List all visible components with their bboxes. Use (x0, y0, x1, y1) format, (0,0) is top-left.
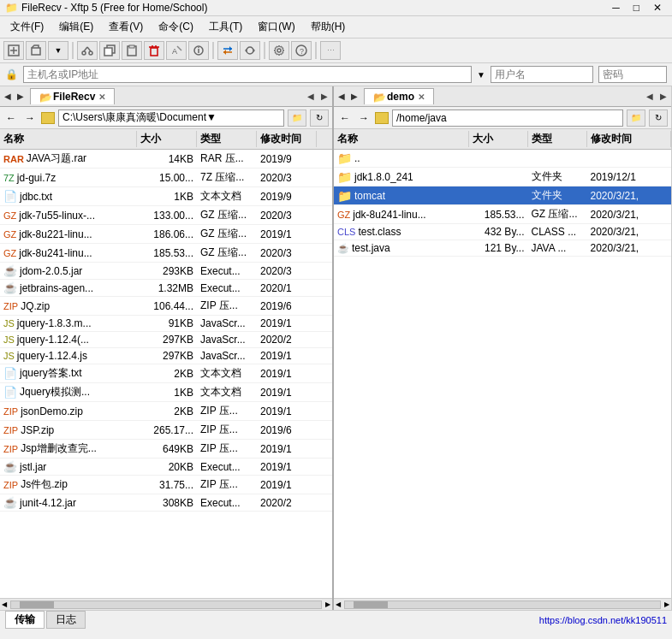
list-item[interactable]: 📁 jdk1.8.0_241 文件夹 2019/12/1 (334, 168, 671, 186)
list-item[interactable]: 📄 Jquery模拟测... 1KB 文本文档 2019/1 (0, 383, 332, 402)
tb-sync[interactable] (240, 41, 260, 60)
tb-new-session[interactable] (3, 41, 24, 60)
left-forward-btn[interactable]: → (22, 111, 38, 125)
list-item[interactable]: CLS test.class 432 By... CLASS ... 2020/… (334, 224, 671, 240)
left-tab-prev[interactable]: ◀ (2, 91, 14, 102)
list-item[interactable]: ZIP JSP.zip 265.17... ZIP 压... 2019/6 (0, 421, 332, 440)
menu-view[interactable]: 查看(V) (102, 18, 150, 36)
right-tab-close[interactable]: ✕ (418, 92, 425, 102)
maximize-btn[interactable]: □ (628, 2, 645, 14)
list-item[interactable]: ☕ junit-4.12.jar 308KB Execut... 2020/2 (0, 494, 332, 512)
right-scroll-left[interactable]: ◀ (334, 601, 342, 608)
left-path-browse[interactable]: 📁 (288, 109, 306, 127)
tb-cut[interactable] (77, 41, 98, 60)
menu-tools[interactable]: 工具(T) (202, 18, 249, 36)
left-h-scroll[interactable]: ◀ ▶ (0, 598, 332, 610)
right-path-input[interactable] (392, 109, 623, 127)
tb-more[interactable]: ⋯ (320, 41, 341, 60)
left-scroll-thumb[interactable] (20, 601, 54, 608)
right-tab-right-next[interactable]: ▶ (657, 91, 669, 102)
tb-paste[interactable] (122, 41, 142, 60)
list-item[interactable]: ZIP jsonDemo.zip 2KB ZIP 压... 2019/1 (0, 402, 332, 421)
list-item[interactable]: 7Z jd-gui.7z 15.00... 7Z 压缩... 2020/3 (0, 169, 332, 187)
right-back-btn[interactable]: ← (337, 111, 353, 125)
left-path-input[interactable] (58, 109, 284, 127)
right-tab-right-prev[interactable]: ◀ (644, 91, 656, 102)
right-tab-next[interactable]: ▶ (348, 91, 360, 102)
left-tab-next[interactable]: ▶ (15, 91, 27, 102)
right-h-scroll[interactable]: ◀ ▶ (334, 598, 671, 610)
list-item[interactable]: GZ jdk-7u55-linux-... 133.00... GZ 压缩...… (0, 206, 332, 225)
list-item[interactable]: ☕ jdom-2.0.5.jar 293KB Execut... 2020/3 (0, 263, 332, 280)
left-scroll-track[interactable] (10, 601, 322, 609)
tb-settings[interactable] (269, 41, 289, 60)
list-item[interactable]: ☕ jetbrains-agen... 1.32MB Execut... 202… (0, 280, 332, 297)
addr-dropdown-btn[interactable]: ▼ (477, 70, 485, 80)
left-path-refresh[interactable]: ↻ (310, 109, 329, 127)
right-col-name[interactable]: 名称 (334, 131, 469, 147)
status-tab-log[interactable]: 日志 (46, 611, 86, 629)
menu-command[interactable]: 命令(C) (152, 18, 200, 36)
right-path-browse[interactable]: 📁 (627, 109, 645, 127)
minimize-btn[interactable]: ─ (607, 2, 625, 14)
right-path-refresh[interactable]: ↻ (649, 109, 668, 127)
right-col-size[interactable]: 大小 (469, 131, 528, 147)
left-tab-close[interactable]: ✕ (98, 92, 105, 102)
right-col-date[interactable]: 修改时间 (587, 131, 672, 147)
list-item[interactable]: 📁 tomcat 文件夹 2020/3/21, (334, 186, 671, 205)
list-item[interactable]: ☕ test.java 121 By... JAVA ... 2020/3/21… (334, 240, 671, 257)
left-scroll-left[interactable]: ◀ (0, 601, 9, 608)
tb-properties[interactable] (188, 41, 209, 60)
tb-delete[interactable] (144, 41, 164, 60)
left-col-type[interactable]: 类型 (197, 131, 257, 147)
right-scroll-thumb[interactable] (354, 601, 388, 608)
password-input[interactable] (598, 66, 667, 83)
list-item[interactable]: RAR JAVA习题.rar 14KB RAR 压... 2019/9 (0, 150, 332, 169)
menu-file[interactable]: 文件(F) (3, 18, 51, 36)
host-input[interactable] (23, 66, 472, 83)
list-item[interactable]: 📄 jdbc.txt 1KB 文本文档 2019/9 (0, 187, 332, 206)
menu-edit[interactable]: 编辑(E) (52, 18, 100, 36)
tb-transfer[interactable] (217, 41, 238, 60)
left-col-size[interactable]: 大小 (137, 131, 197, 147)
left-tab-right-next[interactable]: ▶ (318, 91, 330, 102)
list-item[interactable]: ZIP Js件包.zip 31.75... ZIP 压... 2019/1 (0, 476, 332, 494)
status-tab-transfer[interactable]: 传输 (5, 611, 45, 629)
right-scroll-track[interactable] (344, 601, 661, 609)
right-forward-btn[interactable]: → (356, 111, 372, 125)
list-item[interactable]: JS jquery-1.8.3.m... 91KB JavaScr... 201… (0, 316, 332, 332)
left-col-name[interactable]: 名称 (0, 131, 137, 147)
list-item[interactable]: GZ jdk-8u241-linu... 185.53... GZ 压缩... … (0, 244, 332, 263)
right-tab-demo[interactable]: 📂 demo ✕ (364, 88, 434, 104)
left-tab-right-prev[interactable]: ◀ (305, 91, 317, 102)
list-item[interactable]: JS jquery-1.12.4(... 297KB JavaScr... 20… (0, 332, 332, 348)
list-item[interactable]: 📄 jquery答案.txt 2KB 文本文档 2019/1 (0, 364, 332, 383)
list-item[interactable]: ☕ jstl.jar 20KB Execut... 2019/1 (0, 459, 332, 476)
list-item[interactable]: GZ jdk-8u241-linu... 185.53... GZ 压缩... … (334, 205, 671, 224)
left-tab-filerecv[interactable]: 📂 FileRecv ✕ (30, 88, 115, 104)
tb-help[interactable]: ? (291, 41, 312, 60)
left-file-list[interactable]: RAR JAVA习题.rar 14KB RAR 压... 2019/9 7Z j… (0, 150, 332, 598)
list-item[interactable]: ZIP JQ.zip 106.44... ZIP 压... 2019/6 (0, 297, 332, 316)
list-item[interactable]: JS jquery-1.12.4.js 297KB JavaScr... 201… (0, 348, 332, 364)
left-back-btn[interactable]: ← (3, 111, 19, 125)
list-item[interactable]: GZ jdk-8u221-linu... 186.06... GZ 压缩... … (0, 225, 332, 244)
tb-arrow-down[interactable]: ▼ (48, 41, 68, 60)
tb-copy[interactable] (99, 41, 120, 60)
addr-lock-icon: 🔒 (5, 68, 18, 80)
menu-window[interactable]: 窗口(W) (251, 18, 301, 36)
close-btn[interactable]: ✕ (648, 2, 667, 14)
tb-rename[interactable]: A (166, 41, 187, 60)
left-col-date[interactable]: 修改时间 (257, 131, 317, 147)
tb-open[interactable] (26, 41, 46, 60)
username-input[interactable] (491, 66, 593, 83)
list-item[interactable]: 📁 .. (334, 150, 671, 168)
right-scroll-right[interactable]: ▶ (663, 601, 671, 608)
right-tab-bar: ◀ ▶ 📂 demo ✕ ◀ ▶ (334, 86, 671, 107)
right-col-type[interactable]: 类型 (528, 131, 587, 147)
right-file-list[interactable]: 📁 .. 📁 jdk1.8.0_241 文件夹 2019/12/1 📁 tomc… (334, 150, 671, 598)
menu-help[interactable]: 帮助(H) (304, 18, 353, 36)
left-scroll-right[interactable]: ▶ (324, 601, 332, 608)
list-item[interactable]: ZIP Jsp增删改查完... 649KB ZIP 压... 2019/1 (0, 440, 332, 459)
right-tab-prev[interactable]: ◀ (336, 91, 348, 102)
